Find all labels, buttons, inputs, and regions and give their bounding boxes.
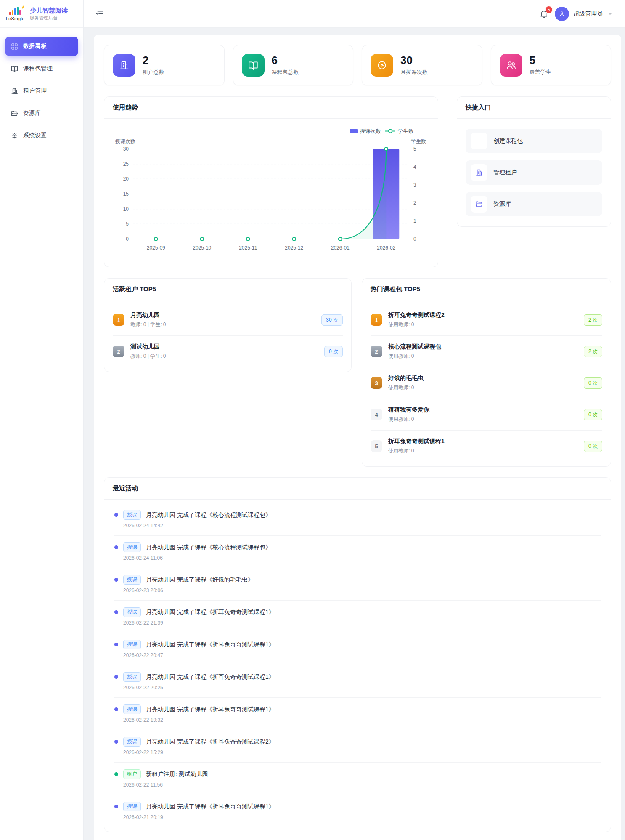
count-pill: 2 次 bbox=[584, 314, 602, 326]
package-row: 3 好饿的毛毛虫 使用教师: 0 0 次 bbox=[371, 367, 602, 399]
tenant-row: 1 月亮幼儿园 教师: 0 | 学生: 0 30 次 bbox=[113, 304, 343, 336]
rank-badge: 1 bbox=[113, 314, 124, 326]
brand-logo: LeSingle bbox=[4, 7, 26, 21]
package-row: 5 折耳兔奇奇测试课程1 使用教师: 0 0 次 bbox=[371, 431, 602, 462]
sidebar-collapse-icon[interactable] bbox=[95, 9, 104, 19]
rank-badge: 4 bbox=[371, 409, 382, 420]
activity-time: 2026-02-22 19:32 bbox=[114, 717, 601, 723]
activity-type-badge: 授课 bbox=[123, 607, 141, 617]
activity-text: 月亮幼儿园 完成了课程《好饿的毛毛虫》 bbox=[146, 576, 254, 584]
svg-text:5: 5 bbox=[126, 221, 129, 227]
user-menu[interactable]: 超级管理员 bbox=[555, 7, 613, 21]
notification-bell[interactable]: 5 bbox=[539, 9, 548, 19]
activity-text: 月亮幼儿园 完成了课程《折耳兔奇奇测试课程1》 bbox=[146, 641, 275, 649]
rank-badge: 2 bbox=[113, 346, 124, 357]
activity-time: 2026-02-22 20:25 bbox=[114, 685, 601, 691]
sidebar: LeSingle 少儿智慧阅读 服务管理后台 数据看板 课程包管理 租户管理 bbox=[0, 0, 84, 840]
activity-row: 授课 月亮幼儿园 完成了课程《好饿的毛毛虫》 2026-02-23 20:06 bbox=[114, 568, 601, 601]
activity-dot bbox=[114, 643, 118, 646]
dashboard-panel: 2 租户总数 6 课程包总数 bbox=[94, 35, 621, 840]
package-row: 1 折耳兔奇奇测试课程2 使用教师: 0 2 次 bbox=[371, 304, 602, 336]
package-name: 折耳兔奇奇测试课程2 bbox=[388, 311, 578, 319]
activity-text: 月亮幼儿园 完成了课程《折耳兔奇奇测试课程1》 bbox=[146, 673, 275, 681]
svg-text:10: 10 bbox=[123, 206, 129, 212]
quick-link-label: 创建课程包 bbox=[493, 137, 523, 145]
activity-time: 2026-02-22 15:29 bbox=[114, 750, 601, 755]
activity-row: 授课 月亮幼儿园 完成了课程《核心流程测试课程包》 2026-02-24 14:… bbox=[114, 503, 601, 536]
sidebar-item[interactable]: 课程包管理 bbox=[5, 59, 78, 78]
tenant-name: 月亮幼儿园 bbox=[130, 311, 315, 319]
count-pill: 0 次 bbox=[324, 346, 343, 357]
rank-badge: 1 bbox=[371, 314, 382, 326]
tenant-row: 2 测试幼儿园 教师: 0 | 学生: 0 0 次 bbox=[113, 336, 343, 367]
quick-link[interactable]: 资源库 bbox=[466, 192, 602, 216]
activity-type-badge: 授课 bbox=[123, 737, 141, 747]
count-pill: 2 次 bbox=[584, 346, 602, 357]
stat-icon bbox=[242, 54, 265, 77]
sidebar-item-label: 租户管理 bbox=[23, 87, 47, 95]
activity-text: 新租户注册: 测试幼儿园 bbox=[146, 771, 208, 778]
tenant-meta: 教师: 0 | 学生: 0 bbox=[130, 321, 315, 328]
stat-icon bbox=[500, 54, 522, 77]
svg-text:2026-02: 2026-02 bbox=[377, 245, 395, 251]
building-icon bbox=[11, 87, 19, 95]
sidebar-item[interactable]: 系统设置 bbox=[5, 126, 78, 145]
quick-link[interactable]: 创建课程包 bbox=[466, 129, 602, 153]
quick-link-icon-box bbox=[471, 133, 487, 149]
logo-text: LeSingle bbox=[6, 16, 24, 21]
recent-activities-card: 最近活动 授课 月亮幼儿园 完成了课程《核心流程测试课程包》 2026-02-2… bbox=[104, 477, 611, 832]
count-pill: 0 次 bbox=[584, 409, 602, 420]
svg-text:2026-01: 2026-01 bbox=[331, 245, 350, 251]
svg-text:20: 20 bbox=[123, 176, 129, 182]
svg-text:30: 30 bbox=[123, 146, 129, 152]
plus-icon bbox=[475, 137, 483, 145]
stat-label: 覆盖学生 bbox=[530, 69, 551, 76]
top-header: 5 超级管理员 bbox=[84, 0, 625, 28]
svg-text:学生数: 学生数 bbox=[411, 138, 426, 144]
activity-row: 授课 月亮幼儿园 完成了课程《折耳兔奇奇测试课程2》 2026-02-22 15… bbox=[114, 730, 601, 763]
activity-dot bbox=[114, 610, 118, 614]
sidebar-item[interactable]: 资源库 bbox=[5, 104, 78, 123]
users-icon bbox=[506, 60, 516, 71]
stat-card: 6 课程包总数 bbox=[233, 45, 354, 85]
activity-text: 月亮幼儿园 完成了课程《核心流程测试课程包》 bbox=[146, 544, 271, 551]
recent-activities-title: 最近活动 bbox=[104, 478, 611, 500]
quick-link-icon-box bbox=[471, 196, 487, 213]
activity-dot bbox=[114, 545, 118, 549]
count-pill: 0 次 bbox=[584, 377, 602, 389]
svg-text:2025-09: 2025-09 bbox=[147, 245, 165, 251]
sidebar-item[interactable]: 租户管理 bbox=[5, 81, 78, 101]
package-meta: 使用教师: 0 bbox=[388, 384, 578, 391]
chevron-down-icon bbox=[607, 11, 613, 17]
activity-time: 2026-02-22 21:39 bbox=[114, 620, 601, 626]
svg-text:0: 0 bbox=[413, 236, 416, 242]
quick-link-label: 资源库 bbox=[493, 200, 511, 208]
stats-row: 2 租户总数 6 课程包总数 bbox=[104, 45, 611, 85]
package-meta: 使用教师: 0 bbox=[388, 353, 578, 360]
play-icon bbox=[376, 60, 387, 71]
activity-dot bbox=[114, 707, 118, 711]
logo-bars-icon bbox=[9, 7, 21, 15]
active-tenants-list: 1 月亮幼儿园 教师: 0 | 学生: 0 30 次 2 测试幼儿园 bbox=[104, 300, 351, 372]
svg-text:1: 1 bbox=[413, 218, 416, 224]
package-row: 2 核心流程测试课程包 使用教师: 0 2 次 bbox=[371, 336, 602, 367]
activity-row: 授课 月亮幼儿园 完成了课程《折耳兔奇奇测试课程1》 2026-02-22 19… bbox=[114, 698, 601, 730]
sidebar-menu: 数据看板 课程包管理 租户管理 资源库 系统设置 bbox=[0, 28, 83, 157]
stat-value: 30 bbox=[400, 54, 428, 66]
sidebar-item[interactable]: 数据看板 bbox=[5, 37, 78, 56]
stat-label: 课程包总数 bbox=[272, 69, 299, 76]
stat-icon bbox=[371, 54, 393, 77]
activity-text: 月亮幼儿园 完成了课程《折耳兔奇奇测试课程1》 bbox=[146, 706, 275, 713]
activity-row: 授课 月亮幼儿园 完成了课程《折耳兔奇奇测试课程1》 2026-02-22 20… bbox=[114, 665, 601, 698]
hot-packages-list: 1 折耳兔奇奇测试课程2 使用教师: 0 2 次 2 核心流程测试课程包 bbox=[362, 300, 611, 466]
stat-card: 2 租户总数 bbox=[104, 45, 225, 85]
svg-text:2025-10: 2025-10 bbox=[193, 245, 211, 251]
svg-text:2025-11: 2025-11 bbox=[239, 245, 257, 251]
activity-row: 授课 月亮幼儿园 完成了课程《折耳兔奇奇测试课程1》 2026-02-21 20… bbox=[114, 795, 601, 827]
quick-link[interactable]: 管理租户 bbox=[466, 160, 602, 185]
activity-time: 2026-02-24 11:06 bbox=[114, 555, 601, 561]
activity-dot bbox=[114, 805, 118, 808]
activity-text: 月亮幼儿园 完成了课程《折耳兔奇奇测试课程2》 bbox=[146, 738, 275, 746]
building-icon bbox=[475, 168, 483, 177]
svg-text:授课次数: 授课次数 bbox=[115, 138, 135, 144]
